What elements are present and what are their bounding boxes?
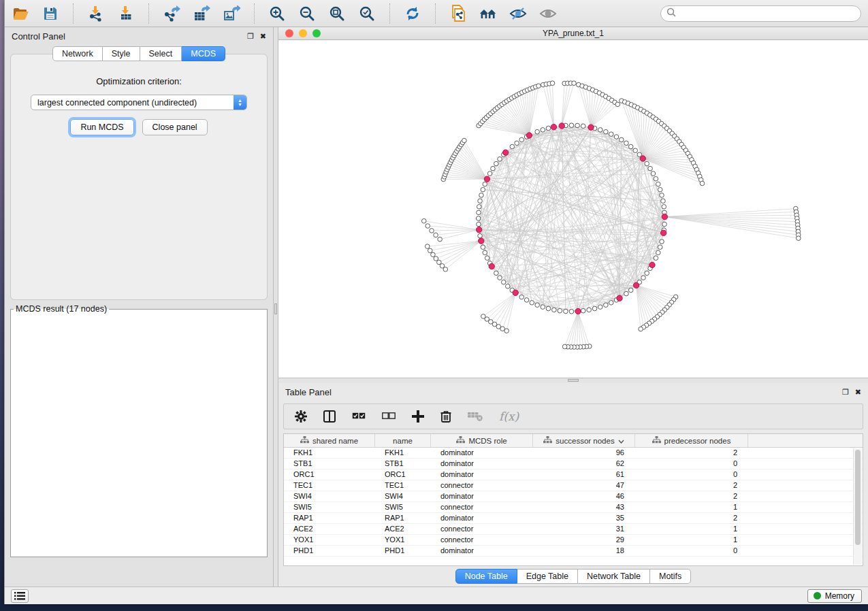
zoom-fit-icon[interactable] [328,5,346,22]
search-box[interactable] [660,5,861,22]
table-row[interactable]: RAP1RAP1dominator352 [284,513,863,524]
cell-successor-nodes: 43 [533,502,635,512]
criterion-dropdown[interactable]: largest connected component (undirected)… [31,95,247,110]
horizontal-splitter[interactable] [278,378,868,383]
search-icon [666,7,676,20]
table-row[interactable]: ORC1ORC1dominator610 [284,469,863,480]
table-header-row: shared namenameMCDS rolesuccessor nodesp… [284,434,863,448]
close-panel-icon[interactable]: ✖ [855,389,861,396]
shared-column-icon [456,436,465,445]
search-input[interactable] [680,8,855,19]
cell-MCDS-role: connector [431,535,533,545]
splitter-grip[interactable] [568,379,579,382]
cell-successor-nodes: 47 [533,480,635,491]
tab-mcds[interactable]: MCDS [182,46,225,61]
tab-motifs[interactable]: Motifs [650,569,691,584]
column-header-name[interactable]: name [375,434,431,447]
column-header-label: successor nodes [556,437,614,445]
zoom-selected-icon[interactable] [358,5,376,22]
cell-shared-name: TEC1 [284,480,375,491]
splitter-grip[interactable] [274,303,277,314]
cell-successor-nodes: 61 [533,469,635,480]
zoom-out-icon[interactable] [298,5,316,22]
column-header-label: name [393,437,413,445]
cell-MCDS-role: dominator [431,459,533,469]
table-row[interactable]: FKH1FKH1dominator962 [284,448,863,459]
toolbar-separator [389,3,390,24]
show-all-icon[interactable] [539,5,557,22]
column-header-label: shared name [312,437,358,445]
import-network-icon[interactable] [87,5,105,22]
cell-name: SWI4 [375,491,431,501]
show-panels-list-icon[interactable] [11,589,29,603]
sort-descending-icon [618,437,624,445]
network-canvas[interactable] [278,40,868,378]
column-header-successor-nodes[interactable]: successor nodes [533,434,635,447]
control-panel-title: Control Panel [12,31,65,42]
column-header-MCDS-role[interactable]: MCDS role [431,434,533,447]
table-row[interactable]: SWI5SWI5connector431 [284,502,863,513]
table-settings-gear-icon[interactable] [295,410,307,423]
cell-shared-name: ACE2 [284,524,375,534]
save-session-icon[interactable] [42,5,59,22]
tab-node-table[interactable]: Node Table [455,569,517,584]
cell-name: ACE2 [375,524,431,534]
export-table-icon[interactable] [193,5,210,22]
close-panel-button[interactable]: Close panel [142,119,208,135]
zoom-in-icon[interactable] [268,5,286,22]
mcds-result-group: MCDS result (17 nodes) PHD1CAR1STP4TID3Y… [10,304,268,557]
network-graph[interactable] [278,40,868,378]
column-header-shared-name[interactable]: shared name [284,434,375,447]
cell-name: SWI5 [375,502,431,512]
tab-select[interactable]: Select [140,46,182,61]
table-row[interactable]: YOX1YOX1connector291 [284,535,863,546]
first-neighbors-icon[interactable] [479,5,497,22]
node-table[interactable]: shared namenameMCDS rolesuccessor nodesp… [283,433,863,566]
table-row[interactable]: ACE2ACE2connector311 [284,524,863,535]
cell-successor-nodes: 29 [533,535,635,545]
close-panel-icon[interactable]: ✖ [260,33,266,40]
cell-successor-nodes: 18 [533,546,635,556]
run-mcds-button[interactable]: Run MCDS [70,119,133,135]
cell-shared-name: FKH1 [284,448,375,458]
table-row[interactable]: TEC1TEC1connector472 [284,480,863,491]
network-window-title: YPA_prune.txt_1 [278,29,868,38]
show-columns-icon[interactable] [323,410,336,423]
network-from-selection-icon[interactable] [449,5,467,22]
cell-name: FKH1 [375,448,431,458]
shared-column-icon [652,436,661,445]
delete-table-icon[interactable] [468,412,483,421]
tab-network[interactable]: Network [52,46,103,61]
export-image-icon[interactable] [223,5,240,22]
tab-network-table[interactable]: Network Table [578,569,650,584]
cell-shared-name: RAP1 [284,513,375,523]
apply-layout-icon[interactable] [404,5,421,22]
export-network-icon[interactable] [163,5,180,22]
cell-name: PHD1 [375,546,431,556]
float-panel-icon[interactable]: ❐ [842,389,849,396]
create-column-icon[interactable] [412,410,424,423]
table-row[interactable]: SWI4SWI4dominator462 [284,491,863,502]
network-window-titlebar[interactable]: YPA_prune.txt_1 [278,27,868,40]
function-builder-icon[interactable]: f(x) [499,410,519,423]
vertical-splitter[interactable] [273,27,278,587]
tab-style[interactable]: Style [103,46,140,61]
table-row[interactable]: PHD1PHD1dominator180 [284,546,863,557]
open-file-icon[interactable] [12,5,29,22]
deselect-all-columns-icon[interactable] [382,412,396,420]
table-row[interactable]: STB1STB1dominator620 [284,459,863,469]
memory-button[interactable]: Memory [807,589,862,603]
cell-shared-name: STB1 [284,459,375,469]
cell-MCDS-role: dominator [431,546,533,556]
table-scrollbar-thumb[interactable] [855,450,861,545]
delete-column-trash-icon[interactable] [440,410,451,423]
status-bar: Memory [5,587,868,604]
import-table-icon[interactable] [117,5,135,22]
table-scrollbar[interactable] [853,448,862,565]
cell-predecessor-nodes: 1 [635,524,748,534]
select-all-columns-icon[interactable] [352,412,366,420]
column-header-predecessor-nodes[interactable]: predecessor nodes [635,434,748,447]
float-panel-icon[interactable]: ❐ [247,33,254,40]
tab-edge-table[interactable]: Edge Table [517,569,578,584]
hide-selected-icon[interactable] [509,5,527,22]
